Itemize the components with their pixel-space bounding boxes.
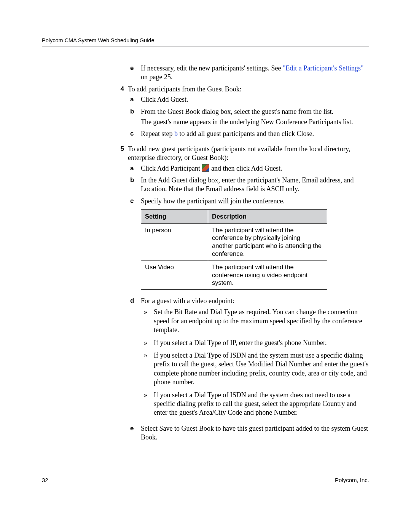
text: on page 25. <box>141 73 172 81</box>
step-5e: e Select Save to Guest Book to have this… <box>128 424 369 442</box>
text: Click Add Participant <box>141 165 202 172</box>
col-description: Description <box>208 210 327 224</box>
add-participant-icon <box>202 164 209 172</box>
col-setting: Setting <box>141 210 208 224</box>
link-step-b[interactable]: b <box>174 130 178 137</box>
page-number: 32 <box>42 477 48 483</box>
text: Set the Bit Rate and Dial Type as requir… <box>154 308 369 334</box>
page-footer: 32 Polycom, Inc. <box>42 477 369 483</box>
marker-e: e <box>128 424 141 433</box>
bullet-icon: » <box>141 391 154 399</box>
marker-a: a <box>128 164 141 173</box>
cell-setting: In person <box>141 223 208 260</box>
marker-b: b <box>128 107 141 116</box>
body-content: e If necessary, edit the new participant… <box>118 64 369 445</box>
list-item: » Set the Bit Rate and Dial Type as requ… <box>141 308 369 334</box>
step-5c: c Specify how the participant will join … <box>128 197 369 206</box>
step-5b: b In the Add Guest dialog box, enter the… <box>128 176 369 194</box>
text: and then click Add Guest. <box>211 165 282 172</box>
marker-b: b <box>128 176 141 184</box>
cell-description: The participant will attend the conferen… <box>208 260 327 290</box>
header-rule <box>42 46 369 46</box>
join-method-table: Setting Description In person The partic… <box>141 209 327 290</box>
text: Select Save to Guest Book to have this g… <box>141 424 369 442</box>
text: In the Add Guest dialog box, enter the p… <box>141 176 369 194</box>
text: The guest's name appears in the underlyi… <box>141 118 369 126</box>
list-item: » If you select a Dial Type of ISDN and … <box>141 391 369 417</box>
cell-description: The participant will attend the conferen… <box>208 223 327 260</box>
table-row: In person The participant will attend th… <box>141 223 327 260</box>
marker-e: e <box>128 64 141 72</box>
page: Polycom CMA System Web Scheduling Guide … <box>0 0 411 532</box>
text: to add all guest participants and then c… <box>178 130 314 137</box>
table-row: Use Video The participant will attend th… <box>141 260 327 290</box>
marker-a: a <box>128 95 141 104</box>
marker-c: c <box>128 197 141 205</box>
footer-company: Polycom, Inc. <box>335 477 369 483</box>
text: If necessary, edit the new participants'… <box>141 64 283 72</box>
marker-4: 4 <box>118 85 128 93</box>
text: If you select a Dial Type of ISDN and th… <box>154 391 369 417</box>
step-4a: a Click Add Guest. <box>128 95 369 104</box>
text: If you select a Dial Type of IP, enter t… <box>154 339 369 347</box>
marker-5: 5 <box>118 145 128 153</box>
running-header: Polycom CMA System Web Scheduling Guide <box>42 37 369 43</box>
step-5a: a Click Add Participant and then click A… <box>128 164 369 173</box>
step-4: 4 To add participants from the Guest Boo… <box>118 85 369 142</box>
text: Specify how the participant will join th… <box>141 197 369 206</box>
link-edit-participant-settings[interactable]: "Edit a Participant's Settings" <box>283 64 363 72</box>
bullet-icon: » <box>141 351 154 360</box>
step-5-intro: To add new guest participants (participa… <box>128 145 369 163</box>
table-header-row: Setting Description <box>141 210 327 224</box>
step-4c: c Repeat step b to add all guest partici… <box>128 129 369 138</box>
text: Click Add Guest. <box>141 95 369 104</box>
step-5d: d For a guest with a video endpoint: » S… <box>128 297 369 421</box>
bullet-icon: » <box>141 339 154 347</box>
text: If you select a Dial Type of ISDN and th… <box>154 351 369 387</box>
marker-c: c <box>128 129 141 138</box>
list-item: » If you select a Dial Type of ISDN and … <box>141 351 369 387</box>
step-5d-intro: For a guest with a video endpoint: <box>141 297 369 305</box>
list-item: » If you select a Dial Type of IP, enter… <box>141 339 369 347</box>
marker-d: d <box>128 297 141 305</box>
bullet-icon: » <box>141 308 154 316</box>
step-5: 5 To add new guest participants (partici… <box>118 145 369 445</box>
step-4-intro: To add participants from the Guest Book: <box>128 85 369 94</box>
cell-setting: Use Video <box>141 260 208 290</box>
text: Repeat step <box>141 130 174 137</box>
step-4b: b From the Guest Book dialog box, select… <box>128 107 369 127</box>
step-e-prior: e If necessary, edit the new participant… <box>128 64 369 82</box>
text: From the Guest Book dialog box, select t… <box>141 107 369 116</box>
